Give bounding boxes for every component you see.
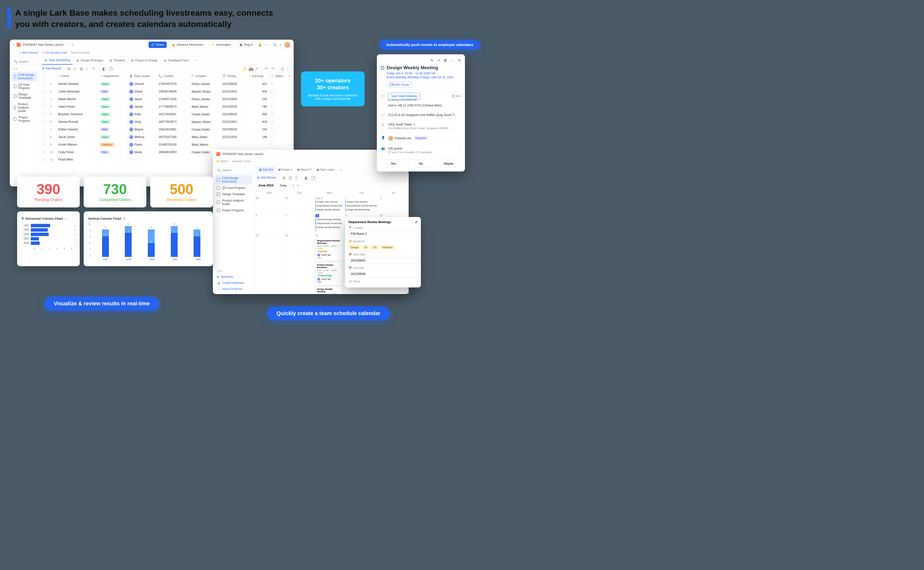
cal-cell[interactable]: June 1Design Critic SessionRequirements … [314, 196, 344, 213]
insert-csv-button[interactable]: 📄 Insert Excel/CSV [215, 286, 260, 292]
plus-icon[interactable]: ＋ [279, 43, 282, 47]
sparkle-icon[interactable]: ✨ [242, 67, 246, 70]
settings-icon[interactable]: ⊡ [281, 67, 285, 70]
table-row[interactable]: 9Kristin WatsonLogisticsPaula13169702616… [40, 141, 294, 149]
keyword-tag[interactable]: Design [348, 245, 361, 250]
cal-cell[interactable]: 30 [255, 196, 285, 213]
cal-cell[interactable]: 15Requirements Review Meetings09/07 10:0… [314, 233, 344, 294]
automation-button[interactable]: ⚡ Automation [208, 41, 234, 48]
sidebar-item[interactable]: Product Analysis Guide [12, 101, 37, 114]
add-record-b[interactable]: ⊕ Add Record [257, 176, 276, 179]
rsvp-maybe[interactable]: Maybe [436, 159, 461, 168]
gear-b[interactable]: ⚙ [282, 176, 286, 179]
external-icon[interactable]: ↗ [413, 123, 415, 126]
star-icon[interactable]: ☆ [66, 43, 69, 46]
rsvp-no[interactable]: No [408, 159, 434, 168]
sidebar-item-b[interactable]: Product Analysis Guide [215, 198, 252, 207]
column-header[interactable]: ⊙ Department [98, 72, 127, 80]
loc-field[interactable]: F35 Room 2 [348, 230, 417, 237]
cal-cell[interactable]: 31 [285, 196, 314, 213]
table-row[interactable]: 1Darrell StewardSalesVincent17841907570F… [40, 80, 294, 88]
keyword-tag[interactable]: UX [371, 245, 378, 250]
filter-b[interactable]: ☰ [288, 176, 293, 179]
cal-cell[interactable]: 8UniverseDesign MeetingRequirements Revi… [314, 213, 344, 233]
undo-icon[interactable]: ↶ [265, 67, 269, 70]
share-c-icon[interactable]: ↗ [437, 58, 440, 63]
guests[interactable]: 100 guests [388, 147, 403, 150]
column-header[interactable]: 📅 Timing [220, 72, 247, 80]
search-input-b[interactable]: 🔍 Search [215, 167, 252, 173]
keyword-tag[interactable]: Interface [380, 245, 395, 250]
user-avatar[interactable] [284, 42, 290, 48]
tab[interactable]: ▦Task Scheduling [42, 57, 72, 64]
cal-tab-add[interactable]: ＋ [337, 167, 344, 173]
palette-icon[interactable]: ◧ [102, 67, 106, 70]
palette-b[interactable]: ◧ [305, 176, 309, 179]
cal-tab[interactable]: ▦ Task Leader [315, 167, 337, 173]
cal-cell[interactable]: 7 [285, 213, 314, 233]
clock-icon[interactable]: 🕐 [109, 67, 113, 70]
sidebar-item-b[interactable]: Project Progress [215, 207, 252, 214]
gear-icon[interactable]: ⚙ [67, 67, 71, 70]
expand-icon[interactable]: ⛶ [287, 67, 291, 70]
end-field[interactable]: 2022/06/06 [348, 271, 417, 277]
tab[interactable]: ▦Timeline [107, 57, 127, 64]
vc-link[interactable]: vc.feishu.cn/123456789 [388, 98, 461, 101]
tab[interactable]: ▦Project In-charge [129, 57, 160, 64]
table-row[interactable]: 5Brooklyn SimmonsSalesKelly18227883001Co… [40, 110, 294, 118]
next-icon[interactable]: › [297, 184, 299, 187]
cal-tab[interactable]: ▦ Design V [276, 167, 294, 173]
share-button[interactable]: 🔗 Share [149, 41, 167, 48]
today-button[interactable]: Today [277, 183, 290, 188]
keyword-tag[interactable]: UI [362, 245, 369, 250]
add-to-link[interactable]: 📁 Add to [216, 160, 228, 163]
doc-more-icon[interactable]: ⊕ [71, 43, 74, 46]
column-header[interactable]: 📍 Location [188, 72, 220, 80]
column-header[interactable]: ☑ Status [269, 72, 286, 80]
tab[interactable]: ▦Feedback Form [161, 57, 191, 64]
table-row[interactable]: 6Dianne RussellSalesVicky18077003673Nguy… [40, 118, 294, 126]
add-tab[interactable]: ＋ [193, 57, 201, 64]
table-row[interactable]: 2Leslie AlexanderR&DGrace18545136839Nguy… [40, 88, 294, 95]
table-row[interactable]: 7Esther HowardR&DWayne15542832981Cooper,… [40, 126, 294, 133]
cal-cell[interactable]: 3 [379, 196, 409, 213]
more-c-icon[interactable]: ⋯ [451, 58, 454, 63]
sidebar-item[interactable]: Q3 Goal Progress [12, 81, 37, 91]
table-row[interactable]: 4Albert FloresSalesJames17770645574Black… [40, 103, 294, 110]
chart-more-icon[interactable]: ⋯ [64, 217, 67, 221]
cal-tab[interactable]: ▦ Mission T [295, 167, 314, 173]
popup-expand-icon[interactable]: ⤢ [415, 221, 417, 224]
cal-cell[interactable]: 14 [285, 233, 314, 294]
search-icon[interactable]: 🔍 [273, 43, 276, 46]
filter2-b[interactable]: ▽ [295, 176, 299, 179]
sidebar-item[interactable]: Project Progress [12, 114, 37, 124]
column-header[interactable]: # Earnings [247, 72, 269, 80]
prev-icon[interactable]: ‹ [293, 184, 294, 187]
enter-group-button[interactable]: 💬 Enter Group [387, 81, 412, 88]
table-row[interactable]: 3Wade WarrenSalesJason13394371526Flores,… [40, 95, 294, 103]
tab[interactable]: ▦Design Prototype [74, 57, 106, 64]
plugin-button[interactable]: 🔌 Plug-In [236, 41, 256, 48]
cal-tab[interactable]: ▦ Task Sch [257, 167, 275, 173]
table-row[interactable]: 8Jacob JonesSalesMelissa18375167284Miles… [40, 133, 294, 141]
close-icon[interactable]: ✕ [458, 58, 461, 63]
sidebar-item-b[interactable]: CCM Design Instructions [215, 175, 252, 185]
create-dashboard-button[interactable]: 📊 Create Dashboard [215, 280, 260, 286]
bell-icon[interactable]: 🔔 [258, 43, 262, 46]
delete-icon[interactable]: 🗑 [444, 58, 447, 63]
security-level-link[interactable]: 🛡 Set Security Level [42, 51, 67, 54]
column-header[interactable] [40, 72, 48, 80]
filter-icon[interactable]: ▽ [74, 67, 77, 70]
add-shortcut-link[interactable]: ↗ Add Shortcut [20, 51, 38, 54]
rsvp-yes[interactable]: Yes [381, 159, 406, 168]
column-header[interactable]: ＋ [286, 72, 294, 80]
chart-expand-icon[interactable]: ⤢ [123, 217, 126, 221]
sidebar-item[interactable]: Design Timetable [12, 91, 37, 101]
more-icon[interactable]: ⋯ [264, 43, 267, 46]
row-height-icon[interactable]: ≡ [92, 67, 97, 70]
back-icon[interactable]: ‹ [13, 43, 14, 46]
sort-icon[interactable]: ↕ [86, 67, 90, 70]
column-header[interactable] [48, 72, 56, 80]
cal-cell[interactable]: 6 [255, 213, 285, 233]
cal-cell[interactable]: 2Design Critic SessionRequirements Revie… [344, 196, 379, 213]
